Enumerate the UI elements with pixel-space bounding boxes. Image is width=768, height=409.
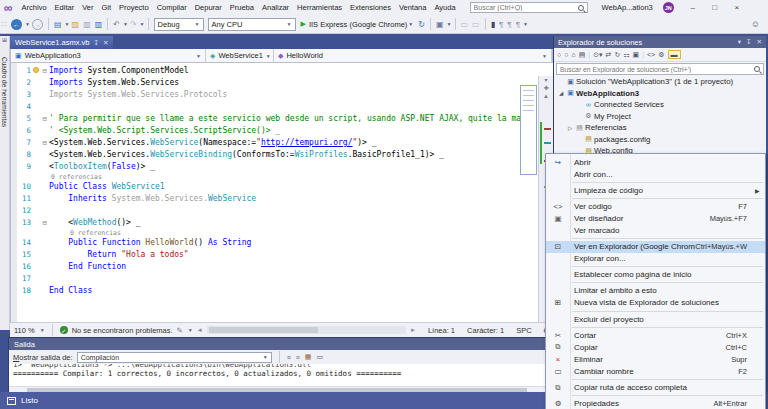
menu-ventana[interactable]: Ventana [395, 3, 431, 12]
scroll-right-icon[interactable]: ► [410, 327, 416, 333]
tree-expander-icon[interactable]: ▷ [566, 125, 574, 131]
context-propiedades[interactable]: ⚙PropiedadesAlt+Entrar [546, 398, 765, 409]
menu-depurar[interactable]: Depurar [191, 3, 226, 12]
outdent-icon[interactable]: ¶ [516, 20, 520, 29]
context-ver-en-explorador-google-chrome[interactable]: ⊡Ver en Explorador (Google Chrome)Ctrl+M… [546, 241, 765, 253]
menu-git[interactable]: Git [97, 3, 115, 12]
project-dropdown[interactable]: ▣ WebApplication3 ▼ [11, 49, 206, 62]
close-icon[interactable]: ✕ [757, 38, 762, 46]
forward-icon[interactable]: ○ [564, 51, 568, 58]
context-ver-marcado[interactable]: Ver marcado [546, 224, 765, 236]
open-file-icon[interactable]: ▨ [72, 20, 80, 29]
toolbar-overflow-dropdown[interactable]: ▼ [523, 21, 528, 27]
output-text[interactable]: 1> WebApplication3 -> ...\WebApplication… [9, 364, 552, 386]
collapse-all-icon[interactable]: ⚏ [623, 51, 629, 59]
context-eliminar[interactable]: ×EliminarSupr [546, 353, 765, 365]
scroll-left-icon[interactable]: ◄ [197, 327, 203, 333]
navigate-back-dropdown[interactable]: ▼ [25, 21, 30, 27]
edit-mode-icon[interactable]: ✎ [177, 326, 183, 335]
clear-all-icon[interactable]: ▦ [305, 353, 312, 361]
save-all-icon[interactable]: ▥ [95, 20, 103, 29]
navigate-back-icon[interactable]: ← [11, 19, 22, 30]
pin-icon[interactable]: ↧ [746, 38, 751, 46]
fold-collapse-icon[interactable]: ⊟ [40, 137, 49, 149]
context-nueva-vista-de-explorador-de-soluciones[interactable]: ⊞Nueva vista de Explorador de soluciones [546, 297, 765, 309]
menu-prueba[interactable]: Prueba [226, 3, 258, 12]
solution-explorer-title-bar[interactable]: Explorador de soluciones ▾↧✕ [554, 36, 766, 48]
solution-explorer-search[interactable] [556, 63, 764, 75]
health-check-icon[interactable]: ✓ [60, 326, 68, 334]
attach-icon-dropdown[interactable]: ▼ [447, 21, 452, 27]
context-limpieza-de-c-digo[interactable]: Limpieza de código▶ [546, 184, 765, 196]
editor-horizontal-scrollbar[interactable] [207, 326, 406, 334]
toggle-output-icon[interactable]: ▭ [316, 353, 323, 361]
context-excluir-del-proyecto[interactable]: Excluir del proyecto [546, 313, 765, 325]
search-input[interactable] [470, 2, 588, 13]
context-abrir[interactable]: ↪Abrir [546, 156, 765, 168]
split-window-icon[interactable]: ✚ [539, 84, 553, 92]
new-project-icon-dropdown[interactable]: ▼ [65, 21, 70, 27]
platform-combo[interactable]: Any CPU▼ [208, 18, 296, 31]
method-dropdown[interactable]: ◆ HelloWorld ▼ [274, 49, 552, 62]
messages-icon[interactable]: ≡ [287, 354, 291, 361]
toolbox-tab[interactable]: ⊞ Cuadro de herramientas [0, 36, 10, 330]
close-tab-icon[interactable]: ✕ [103, 39, 108, 47]
step-over-icon[interactable]: ▭ [461, 20, 469, 29]
fold-collapse-icon[interactable]: ⊟ [40, 217, 49, 229]
tree-item-packages-config[interactable]: ▤packages.config [554, 134, 766, 146]
context-cambiar-nombre[interactable]: ▭Cambiar nombreF2 [546, 365, 765, 377]
start-debug-button[interactable]: ▶IIS Express (Google Chrome)▼ [301, 20, 414, 29]
lightbulb-icon[interactable] [31, 65, 40, 77]
pending-changes-filter-icon[interactable]: ⊙▾ [593, 51, 602, 59]
undo-icon[interactable]: ↶ [113, 20, 120, 29]
tree-item-soluci-n-webapplication3-1-de-1-proyecto[interactable]: ▣Solución "WebApplication3" (1 de 1 proy… [554, 76, 766, 88]
indent-icon[interactable]: ¶ [507, 20, 511, 29]
switch-views-icon[interactable]: ▤ [579, 51, 586, 59]
feedback-icon[interactable]: ☺ [751, 19, 760, 29]
show-all-files-icon[interactable]: ▣ [633, 51, 640, 59]
context-abrir-con[interactable]: Abrir con... [546, 168, 765, 180]
context-ver-c-digo[interactable]: <>Ver códigoF7 [546, 200, 765, 212]
back-icon[interactable]: ○ [557, 51, 561, 58]
context-limitar-el-mbito-a-esto[interactable]: Limitar el ámbito a esto [546, 285, 765, 297]
tree-item-webapplication3[interactable]: ◢▣WebApplication3 [554, 88, 766, 100]
context-establecer-como-p-gina-de-inicio[interactable]: Establecer como página de inicio [546, 269, 765, 281]
quick-search[interactable] [460, 2, 588, 13]
context-explorar-con[interactable]: Explorar con... [546, 253, 765, 265]
document-well-dropdown-icon[interactable]: ▾ [539, 76, 553, 84]
refresh-icon[interactable]: ↻ [418, 20, 425, 29]
minimize-button[interactable]: – [682, 3, 704, 12]
redo-icon-dropdown[interactable]: ▼ [140, 21, 145, 27]
code-editor[interactable]: 1⊟Imports System.ComponentModel2Imports … [10, 63, 553, 322]
view-code-icon[interactable]: <> [647, 51, 655, 58]
step-into-icon[interactable]: ▭ [472, 20, 480, 29]
menu-editar[interactable]: Editar [51, 3, 79, 12]
context-ver-dise-ador[interactable]: ▣Ver diseñadorMayús.+F7 [546, 212, 765, 224]
menu-ver[interactable]: Ver [78, 3, 97, 12]
new-project-icon[interactable]: ▤ [54, 20, 62, 29]
home-icon[interactable]: ⌂ [571, 51, 575, 58]
redo-icon[interactable]: ↷ [130, 20, 137, 29]
zoom-level[interactable]: 110 % [14, 326, 35, 335]
sync-icon[interactable]: ⇄ [606, 51, 612, 59]
close-button[interactable]: × [726, 3, 748, 12]
menu-extensiones[interactable]: Extensiones [346, 3, 395, 12]
menu-analizar[interactable]: Analizar [258, 3, 293, 12]
scroll-up-icon[interactable]: ▲ [539, 92, 553, 100]
attach-icon[interactable]: ▣ [436, 20, 444, 29]
account-avatar[interactable]: JN [663, 2, 674, 13]
tree-expander-icon[interactable]: ◢ [557, 90, 565, 96]
context-copiar[interactable]: ⧉CopiarCtrl+C [546, 341, 765, 353]
menu-ayuda[interactable]: Ayuda [430, 3, 459, 12]
class-dropdown[interactable]: ◈ WebService1 ▼ [206, 49, 274, 62]
show-whitespace-icon[interactable]: ¶ [499, 20, 503, 29]
preview-selected-icon[interactable]: ▬ [668, 50, 681, 59]
properties-icon[interactable]: ⚙ [658, 51, 664, 59]
fold-collapse-icon[interactable]: ⊟ [40, 65, 49, 77]
save-icon[interactable]: ▥ [83, 20, 91, 29]
context-cortar[interactable]: ✂CortarCtrl+X [546, 329, 765, 341]
menu-compilar[interactable]: Compilar [153, 3, 191, 12]
tree-item-connected-services[interactable]: ∞Connected Services [554, 99, 766, 111]
pin-icon[interactable]: ↧ [93, 39, 98, 47]
wrap-icon[interactable]: ≡ [296, 354, 300, 361]
